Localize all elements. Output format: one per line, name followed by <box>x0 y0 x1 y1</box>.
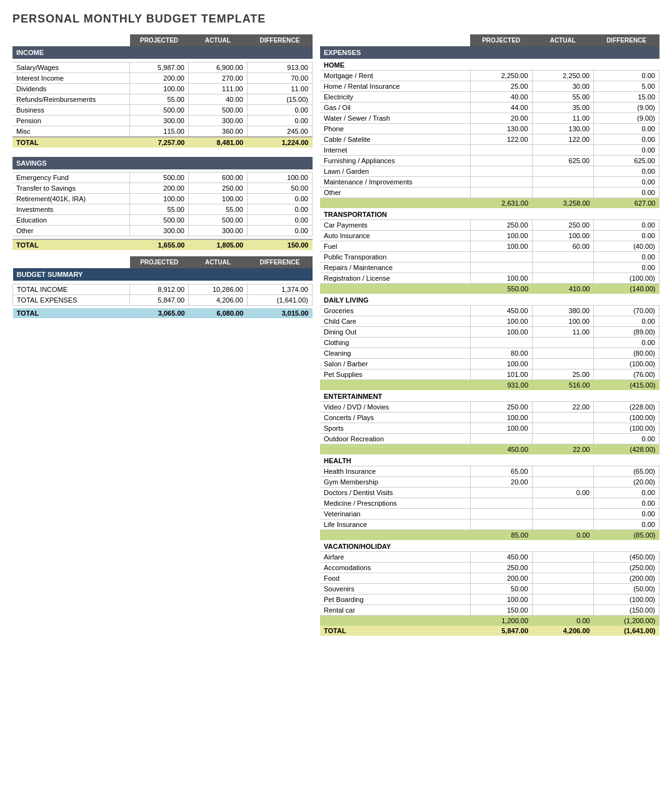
table-row: Rental car 150.00 (150.00) <box>320 605 659 616</box>
row-label: Health Insurance <box>320 466 470 477</box>
table-row: Business 500.00 500.00 0.00 <box>13 104 313 115</box>
table-row: Repairs / Maintenance 0.00 <box>320 263 659 273</box>
row-label: Outdoor Recreation <box>320 434 470 444</box>
row-difference: (9.00) <box>594 103 659 113</box>
row-projected: 7,257.00 <box>130 137 189 148</box>
row-projected: 3,065.00 <box>130 308 189 318</box>
row-difference: 0.00 <box>594 177 659 188</box>
row-difference: (40.00) <box>594 241 659 252</box>
row-actual: 55.00 <box>188 204 247 215</box>
row-label: Life Insurance <box>320 519 470 530</box>
row-difference: 0.00 <box>594 231 659 241</box>
table-row: Dining Out 100.00 11.00 (89.00) <box>320 327 659 338</box>
row-actual <box>532 552 594 563</box>
row-actual: 100.00 <box>532 231 594 241</box>
row-projected: 25.00 <box>470 81 532 92</box>
row-actual <box>532 563 594 573</box>
row-difference: 50.00 <box>247 183 312 194</box>
row-projected: 250.00 <box>470 563 532 573</box>
table-row: Phone 130.00 130.00 0.00 <box>320 124 659 134</box>
row-projected: 8,912.00 <box>130 284 189 294</box>
row-projected: 20.00 <box>470 113 532 124</box>
row-projected: 200.00 <box>130 183 189 194</box>
table-row: Veterinarian 0.00 <box>320 509 659 519</box>
table-row: Accomodations 250.00 (250.00) <box>320 563 659 573</box>
category-title: HEALTH <box>320 454 659 466</box>
row-label: Repairs / Maintenance <box>320 263 470 273</box>
row-projected: 130.00 <box>470 124 532 134</box>
row-projected: 100.00 <box>470 273 532 284</box>
row-actual <box>532 423 594 434</box>
row-difference: 0.00 <box>247 215 312 226</box>
category-title: HOME <box>320 59 659 71</box>
row-projected: 40.00 <box>470 92 532 103</box>
row-difference: (1,641.00) <box>247 294 312 305</box>
table-row: Furnishing / Appliances 625.00 625.00 <box>320 156 659 166</box>
budget-summary-title: BUDGET SUMMARY <box>13 268 313 281</box>
row-actual <box>532 584 594 594</box>
table-row: Registration / License 100.00 (100.00) <box>320 273 659 284</box>
row-label: Misc <box>13 126 130 137</box>
row-projected: 100.00 <box>470 423 532 434</box>
table-row: Salon / Barber 100.00 (100.00) <box>320 359 659 369</box>
row-label: Other <box>320 188 470 198</box>
table-row: Gas / Oil 44.00 35.00 (9.00) <box>320 103 659 113</box>
row-projected: 20.00 <box>470 477 532 488</box>
grand-total-row: TOTAL 5,847.00 4,206.00 (1,641.00) <box>320 626 659 636</box>
row-actual <box>532 519 594 530</box>
row-label: Investments <box>13 204 130 215</box>
row-actual: 270.00 <box>188 73 247 83</box>
row-difference: (228.00) <box>594 402 659 413</box>
row-actual: 500.00 <box>188 215 247 226</box>
row-actual <box>532 263 594 273</box>
row-projected: 100.00 <box>470 231 532 241</box>
row-actual <box>532 359 594 369</box>
row-actual: 0.00 <box>532 488 594 498</box>
row-label: Education <box>13 215 130 226</box>
row-projected: 100.00 <box>130 194 189 204</box>
row-projected: 5,847.00 <box>130 294 189 305</box>
summary-difference-header: DIFFERENCE <box>247 256 312 268</box>
row-actual: 40.00 <box>188 94 247 104</box>
row-difference: 100.00 <box>247 173 312 183</box>
income-spacer2 <box>13 148 313 151</box>
row-label: Interest Income <box>13 73 130 83</box>
row-projected: 500.00 <box>130 104 189 115</box>
row-actual: 2,250.00 <box>532 71 594 81</box>
row-projected: 65.00 <box>470 466 532 477</box>
row-label: Salary/Wages <box>13 62 130 73</box>
row-label: Furnishing / Appliances <box>320 156 470 166</box>
row-difference: 11.00 <box>247 83 312 94</box>
row-difference: (100.00) <box>594 423 659 434</box>
row-difference: (80.00) <box>594 348 659 359</box>
row-label: Groceries <box>320 306 470 316</box>
category-title-row: DAILY LIVING <box>320 294 659 306</box>
table-row: Education 500.00 500.00 0.00 <box>13 215 313 226</box>
table-row: Fuel 100.00 60.00 (40.00) <box>320 241 659 252</box>
row-difference: 0.00 <box>247 115 312 126</box>
income-label-header <box>13 34 130 46</box>
savings-section-title: SAVINGS <box>13 157 313 169</box>
table-row: Medicine / Prescriptions 0.00 <box>320 498 659 509</box>
row-label: Lawn / Garden <box>320 166 470 177</box>
table-row: Home / Rental Insurance 25.00 30.00 5.00 <box>320 81 659 92</box>
section-total-row: 85.00 0.00 (85.00) <box>320 530 659 541</box>
table-row: Sports 100.00 (100.00) <box>320 423 659 434</box>
row-actual: 111.00 <box>188 83 247 94</box>
main-layout: PROJECTED ACTUAL DIFFERENCE INCOME Salar… <box>13 34 659 642</box>
row-projected: 450.00 <box>470 306 532 316</box>
row-actual: 250.00 <box>532 220 594 231</box>
row-difference: (76.00) <box>594 369 659 380</box>
row-difference: 245.00 <box>247 126 312 137</box>
row-difference: 0.00 <box>594 434 659 444</box>
row-difference: 1,374.00 <box>247 284 312 294</box>
left-panel: PROJECTED ACTUAL DIFFERENCE INCOME Salar… <box>13 34 313 324</box>
row-label: Internet <box>320 145 470 156</box>
row-label: Other <box>13 226 130 236</box>
row-projected: 100.00 <box>470 241 532 252</box>
row-label: TOTAL <box>13 308 130 318</box>
section-total-row: 1,200.00 0.00 (1,200.00) <box>320 616 659 626</box>
row-actual <box>532 177 594 188</box>
table-row: Life Insurance 0.00 <box>320 519 659 530</box>
page-title: PERSONAL MONTHLY BUDGET TEMPLATE <box>13 13 659 26</box>
